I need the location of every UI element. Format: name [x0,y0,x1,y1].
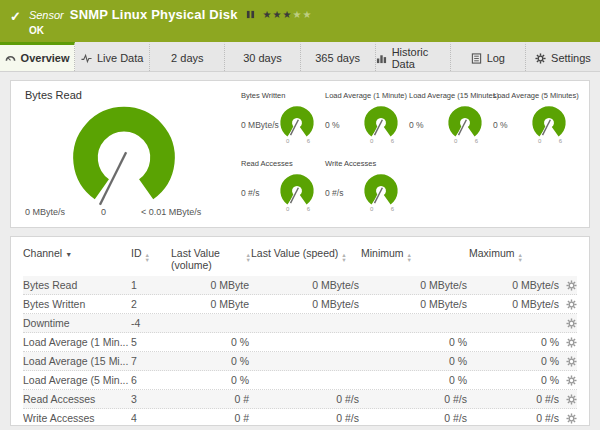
cell-maximum: 0 #/s [469,393,561,405]
tab-label: 365 days [315,52,360,64]
small-gauge-load-average-1-minute: Load Average (1 Minute) 0 % 0 6 [325,89,409,157]
column-header-id[interactable]: ID ▲▼ [131,247,171,262]
channel-settings-icon[interactable] [566,299,577,310]
cell-last-value-speed: 0 MByte/s [251,298,361,310]
table-row-bytes-read[interactable]: Bytes Read 1 0 MByte 0 MByte/s 0 MByte/s… [23,276,577,295]
gauges-panel: Bytes Read 0 MByte/s 0 < 0.01 MByte/s By… [10,80,590,228]
star-empty-icon[interactable]: ★ [302,9,312,20]
cell-channel: Load Average (15 Mi... [23,355,131,367]
tab-overview[interactable]: Overview [0,42,75,71]
cell-minimum: 0 MByte/s [361,279,469,291]
small-gauge-scale-max: 6 [391,138,394,144]
historic-data-icon [376,53,387,64]
small-gauge-scale-max: 6 [475,138,478,144]
small-gauge-scale-min: 0 [370,138,373,144]
sensor-title-block: Sensor SNMP Linux Physical Disk ★★★★★ OK [29,7,313,36]
cell-minimum: 0 #/s [361,412,469,424]
small-gauge-label: Load Average (5 Minutes) [493,91,577,100]
channel-settings-icon[interactable] [566,375,577,386]
sensor-status: OK [29,25,313,36]
tab-settings[interactable]: Settings [526,42,600,71]
tab-historic-data[interactable]: Historic Data [376,42,451,71]
column-header-last-value-volume[interactable]: Last Value (volume) ▲▼ [171,247,251,271]
small-gauge-scale-max: 6 [391,206,394,212]
small-gauge-load-average-5-minutes: Load Average (5 Minutes) 0 % 0 6 [493,89,577,157]
cell-last-value-speed: 0 #/s [251,412,361,424]
star-filled-icon[interactable]: ★ [263,9,273,20]
cell-last-value-speed: 0 #/s [251,393,361,405]
channel-settings-icon[interactable] [566,413,577,424]
sort-toggle-icon: ▲▼ [341,247,346,262]
main-gauge-scale-max: < 0.01 MByte/s [141,207,201,217]
tab-log[interactable]: Log [451,42,526,71]
channel-settings-icon[interactable] [566,356,577,367]
table-row-downtime[interactable]: Downtime -4 [23,314,577,333]
table-row-load-average-15-mi[interactable]: Load Average (15 Mi... 7 0 % 0 % 0 % [23,352,577,371]
priority-stars[interactable]: ★★★★★ [263,9,313,20]
cell-last-value-speed: 0 MByte/s [251,279,361,291]
small-gauge-value: 0 #/s [241,188,279,198]
tab-live-data[interactable]: Live Data [75,42,150,71]
sensor-header: ✓ Sensor SNMP Linux Physical Disk ★★★★★ … [0,0,600,42]
column-header-label: ID [131,247,142,259]
table-row-bytes-written[interactable]: Bytes Written 2 0 MByte 0 MByte/s 0 MByt… [23,295,577,314]
small-gauge-dial: 0 6 [363,104,401,146]
table-row-write-accesses[interactable]: Write Accesses 4 0 # 0 #/s 0 #/s 0 #/s [23,409,577,426]
sensor-title: SNMP Linux Physical Disk [70,7,238,22]
main-gauge-label: Bytes Read [25,89,82,101]
main-gauge-scale-min: 0 [101,207,106,217]
table-row-read-accesses[interactable]: Read Accesses 3 0 # 0 #/s 0 #/s 0 #/s [23,390,577,409]
cell-minimum: 0 #/s [361,393,469,405]
cell-minimum: 0 % [361,336,469,348]
small-gauge-read-accesses: Read Accesses 0 #/s 0 6 [241,157,325,219]
cell-minimum: 0 % [361,355,469,367]
tab-label: Overview [21,52,70,64]
small-gauge-label: Load Average (1 Minute) [325,91,409,100]
small-gauge-bytes-written: Bytes Written 0 MByte/s 0 6 [241,89,325,157]
channel-settings-icon[interactable] [566,280,577,291]
small-gauge-value: 0 % [325,120,363,130]
tab-label: Settings [551,52,591,64]
cell-id: 2 [131,298,171,310]
log-icon [471,53,482,64]
cell-minimum: 0 % [361,374,469,386]
sort-toggle-icon: ▲▼ [518,247,523,262]
table-row-load-average-5-min[interactable]: Load Average (5 Min... 6 0 % 0 % 0 % [23,371,577,390]
cell-maximum: 0 % [469,336,561,348]
tab-30-days[interactable]: 30 days [225,42,300,71]
cell-channel: Load Average (5 Min... [23,374,131,386]
small-gauge-value: 0 % [493,120,531,130]
cell-id: 4 [131,412,171,424]
tab-label: Log [487,52,505,64]
small-gauge-label: Write Accesses [325,159,409,168]
table-body: Bytes Read 1 0 MByte 0 MByte/s 0 MByte/s… [23,276,577,426]
channel-settings-icon[interactable] [566,337,577,348]
star-filled-icon[interactable]: ★ [283,9,293,20]
tab-2-days[interactable]: 2 days [150,42,225,71]
sort-toggle-icon: ▲▼ [145,247,150,262]
column-header-minimum[interactable]: Minimum ▲▼ [361,247,469,262]
tab-365-days[interactable]: 365 days [301,42,376,71]
cell-id: 5 [131,336,171,348]
column-header-label: Minimum [361,247,404,259]
column-header-label: Last Value (speed) [251,247,338,259]
cell-maximum: 0 % [469,374,561,386]
cell-id: 3 [131,393,171,405]
live-data-icon [81,53,92,64]
main-gauge-dial [49,102,199,209]
cell-last-value-volume: 0 % [171,355,251,367]
channel-settings-icon[interactable] [566,318,577,329]
column-header-last-value-speed[interactable]: Last Value (speed) ▲▼ [251,247,361,262]
cell-channel: Bytes Written [23,298,131,310]
sort-desc-icon: ▼ [65,247,72,259]
star-filled-icon[interactable]: ★ [273,9,283,20]
cell-maximum: 0 MByte/s [469,279,561,291]
channel-settings-icon[interactable] [566,394,577,405]
table-row-load-average-1-min[interactable]: Load Average (1 Min... 5 0 % 0 % 0 % [23,333,577,352]
column-header-channel[interactable]: Channel ▼ [23,247,131,259]
pause-icon[interactable] [246,10,255,19]
tab-bar: Overview Live Data 2 days 30 days 365 da… [0,42,600,72]
cell-maximum: 0 MByte/s [469,298,561,310]
column-header-maximum[interactable]: Maximum ▲▼ [469,247,561,262]
star-empty-icon[interactable]: ★ [293,9,303,20]
